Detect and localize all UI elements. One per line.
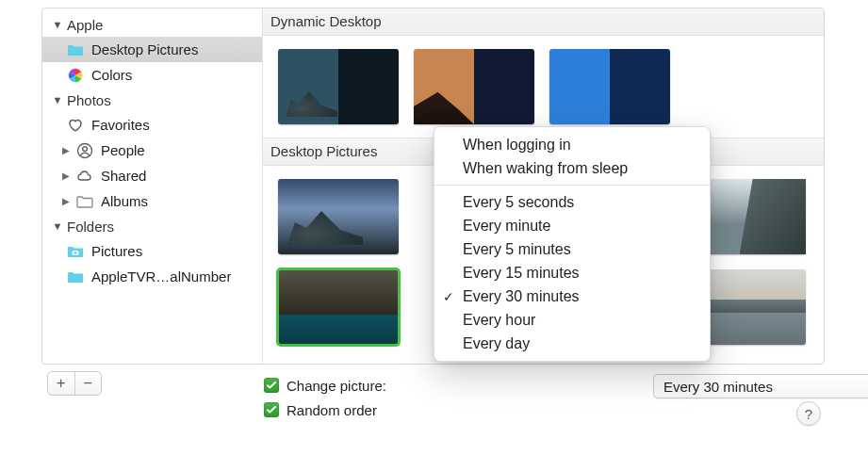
source-list: Apple Desktop Pictures: [42, 8, 263, 364]
folder-icon: [67, 41, 84, 58]
person-icon: [76, 142, 93, 159]
sidebar-item-label: People: [101, 142, 145, 158]
sidebar-item-colors[interactable]: Colors: [42, 62, 262, 88]
group-photos: Photos Favorites People: [42, 88, 262, 214]
random-order-row: Random order: [264, 398, 386, 422]
change-picture-label: Change picture:: [287, 378, 386, 394]
chevron-right-icon[interactable]: [61, 145, 71, 155]
wallpaper-thumb[interactable]: [278, 179, 399, 254]
add-folder-button[interactable]: +: [48, 372, 75, 395]
group-label: Folders: [67, 219, 114, 235]
group-folders: Folders Pictures AppleTVR…alNumber: [42, 214, 262, 289]
sidebar-item-appletv-folder[interactable]: AppleTVR…alNumber: [42, 264, 262, 289]
group-label: Photos: [67, 92, 111, 108]
menu-item-waking[interactable]: When waking from sleep: [434, 156, 710, 180]
sidebar-item-people[interactable]: People: [42, 138, 262, 163]
group-label: Apple: [67, 17, 103, 33]
disclosure-triangle-icon[interactable]: [52, 94, 63, 106]
svg-point-2: [83, 146, 88, 151]
menu-item-5-seconds[interactable]: Every 5 seconds: [434, 190, 710, 214]
interval-menu: When logging in When waking from sleep E…: [434, 126, 711, 362]
change-picture-row: Change picture: Every 30 minutes: [264, 373, 386, 398]
interval-popup-button[interactable]: Every 30 minutes: [653, 374, 868, 398]
help-icon: ?: [805, 406, 812, 422]
folder-pictures-icon: [67, 243, 84, 260]
svg-point-4: [74, 252, 77, 254]
menu-item-30-minutes[interactable]: Every 30 minutes: [434, 284, 710, 308]
folder-icon: [76, 193, 93, 210]
add-remove-segmented: + −: [47, 371, 102, 396]
minus-icon: −: [84, 375, 92, 392]
remove-folder-button[interactable]: −: [75, 372, 102, 395]
menu-item-logging-in[interactable]: When logging in: [434, 133, 710, 156]
sidebar-item-label: Shared: [101, 168, 146, 184]
wallpaper-thumb[interactable]: [549, 49, 670, 124]
wallpaper-thumb-selected[interactable]: [278, 269, 399, 345]
sidebar-item-pictures-folder[interactable]: Pictures: [42, 238, 262, 264]
wallpaper-thumb[interactable]: [278, 49, 399, 124]
random-order-checkbox[interactable]: [264, 402, 279, 417]
interval-popup-value: Every 30 minutes: [663, 379, 773, 395]
color-wheel-icon: [67, 67, 84, 84]
sidebar-item-albums[interactable]: Albums: [42, 188, 262, 214]
menu-item-every-day[interactable]: Every day: [434, 332, 710, 355]
sidebar-item-label: Desktop Pictures: [91, 41, 198, 57]
disclosure-triangle-icon[interactable]: [52, 19, 63, 30]
heart-icon: [67, 117, 84, 134]
change-picture-checkbox[interactable]: [264, 378, 279, 393]
sidebar-item-label: AppleTVR…alNumber: [91, 268, 231, 284]
group-header-apple[interactable]: Apple: [42, 12, 262, 37]
sidebar-item-favorites[interactable]: Favorites: [42, 112, 262, 138]
menu-item-15-minutes[interactable]: Every 15 minutes: [434, 261, 710, 284]
random-order-label: Random order: [287, 402, 377, 418]
sidebar-item-label: Favorites: [91, 117, 150, 133]
menu-item-every-minute[interactable]: Every minute: [434, 214, 710, 237]
dynamic-desktop-row: [263, 36, 824, 138]
group-header-folders[interactable]: Folders: [42, 214, 262, 238]
group-header-photos[interactable]: Photos: [42, 88, 262, 112]
section-header-dynamic: Dynamic Desktop: [263, 8, 824, 36]
cloud-icon: [76, 168, 93, 185]
group-apple: Apple Desktop Pictures: [42, 12, 262, 88]
sidebar-item-shared[interactable]: Shared: [42, 163, 262, 188]
folder-icon: [67, 268, 84, 285]
menu-item-every-hour[interactable]: Every hour: [434, 308, 710, 332]
desktop-prefs-window: Apple Desktop Pictures: [0, 0, 868, 471]
options: Change picture: Every 30 minutes Random …: [264, 373, 386, 422]
sidebar-item-label: Colors: [91, 67, 132, 83]
menu-item-5-minutes[interactable]: Every 5 minutes: [434, 237, 710, 261]
plus-icon: +: [57, 375, 65, 392]
chevron-right-icon[interactable]: [61, 196, 71, 206]
help-button[interactable]: ?: [796, 401, 821, 426]
menu-separator: [434, 185, 710, 186]
wallpaper-thumb[interactable]: [414, 49, 534, 124]
sidebar-item-label: Albums: [101, 193, 148, 209]
disclosure-triangle-icon[interactable]: [52, 220, 63, 232]
chevron-right-icon[interactable]: [61, 171, 71, 181]
sidebar-item-label: Pictures: [91, 243, 142, 259]
sidebar-item-desktop-pictures[interactable]: Desktop Pictures: [42, 37, 262, 62]
